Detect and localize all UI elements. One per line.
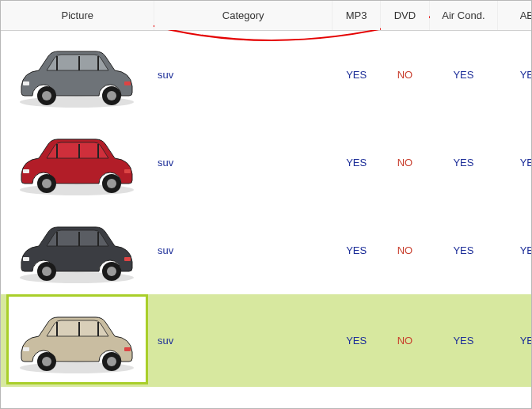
column-header-picture[interactable]: Picture bbox=[1, 1, 154, 30]
abs-cell: YES bbox=[498, 30, 531, 119]
column-header-dvd[interactable]: DVD bbox=[381, 1, 429, 30]
svg-point-16 bbox=[42, 179, 51, 188]
category-cell: suv bbox=[154, 30, 332, 119]
svg-rect-23 bbox=[78, 232, 80, 246]
table-row[interactable]: suvYESNOYESYES bbox=[1, 119, 531, 206]
grid-viewport: Picture Category MP3 DVD Air Cond. ABS s… bbox=[0, 0, 532, 409]
svg-rect-39 bbox=[23, 347, 29, 351]
category-cell: suv bbox=[154, 119, 332, 206]
svg-point-36 bbox=[42, 357, 51, 366]
svg-rect-34 bbox=[97, 322, 99, 336]
svg-rect-3 bbox=[78, 56, 80, 70]
column-header-air[interactable]: Air Cond. bbox=[429, 1, 498, 30]
table-row[interactable]: suvYESNOYESYES bbox=[1, 30, 531, 119]
svg-rect-20 bbox=[124, 169, 131, 173]
abs-cell: YES bbox=[498, 206, 531, 294]
air-cell: YES bbox=[429, 294, 498, 387]
dvd-cell: NO bbox=[381, 206, 429, 294]
table-row[interactable]: suvYESNOYESYES bbox=[1, 206, 531, 294]
svg-rect-22 bbox=[56, 232, 58, 246]
svg-rect-9 bbox=[23, 81, 29, 85]
column-header-category[interactable]: Category bbox=[154, 1, 332, 30]
car-image bbox=[9, 31, 146, 116]
svg-point-28 bbox=[107, 267, 116, 276]
mp3-cell: YES bbox=[332, 119, 381, 206]
svg-point-38 bbox=[107, 357, 116, 366]
car-image bbox=[9, 119, 146, 204]
cars-grid: Picture Category MP3 DVD Air Cond. ABS s… bbox=[1, 1, 531, 387]
table-row[interactable]: suvYESNOYESYES bbox=[1, 294, 531, 387]
air-cell: YES bbox=[429, 206, 498, 294]
column-header-row: Picture Category MP3 DVD Air Cond. ABS bbox=[1, 1, 531, 30]
svg-rect-14 bbox=[97, 144, 99, 158]
grid-scroll-area[interactable]: Picture Category MP3 DVD Air Cond. ABS s… bbox=[1, 1, 531, 408]
abs-cell: YES bbox=[498, 119, 531, 206]
svg-rect-29 bbox=[23, 257, 29, 261]
dvd-cell: NO bbox=[381, 294, 429, 387]
mp3-cell: YES bbox=[332, 294, 381, 387]
svg-rect-32 bbox=[56, 322, 58, 336]
svg-rect-12 bbox=[56, 144, 58, 158]
svg-rect-33 bbox=[78, 322, 80, 336]
svg-rect-19 bbox=[23, 169, 29, 173]
category-cell: suv bbox=[154, 294, 332, 387]
svg-point-6 bbox=[42, 91, 51, 100]
abs-cell: YES bbox=[498, 294, 531, 387]
picture-cell bbox=[1, 30, 154, 119]
air-cell: YES bbox=[429, 119, 498, 206]
svg-rect-24 bbox=[97, 232, 99, 246]
svg-rect-2 bbox=[56, 56, 58, 70]
svg-rect-30 bbox=[124, 257, 131, 261]
mp3-cell: YES bbox=[332, 206, 381, 294]
air-cell: YES bbox=[429, 30, 498, 119]
car-image bbox=[6, 294, 148, 384]
column-header-mp3[interactable]: MP3 bbox=[332, 1, 381, 30]
picture-cell bbox=[1, 119, 154, 206]
category-cell: suv bbox=[154, 206, 332, 294]
svg-rect-4 bbox=[97, 56, 99, 70]
car-image bbox=[9, 206, 146, 292]
mp3-cell: YES bbox=[332, 30, 381, 119]
svg-rect-10 bbox=[124, 81, 131, 85]
picture-cell bbox=[1, 294, 154, 387]
dvd-cell: NO bbox=[381, 119, 429, 206]
svg-point-26 bbox=[42, 267, 51, 276]
dvd-cell: NO bbox=[381, 30, 429, 119]
svg-point-18 bbox=[107, 179, 116, 188]
svg-rect-40 bbox=[124, 347, 131, 351]
column-header-abs[interactable]: ABS bbox=[498, 1, 531, 30]
svg-rect-13 bbox=[78, 144, 80, 158]
svg-point-8 bbox=[107, 91, 116, 100]
picture-cell bbox=[1, 206, 154, 294]
